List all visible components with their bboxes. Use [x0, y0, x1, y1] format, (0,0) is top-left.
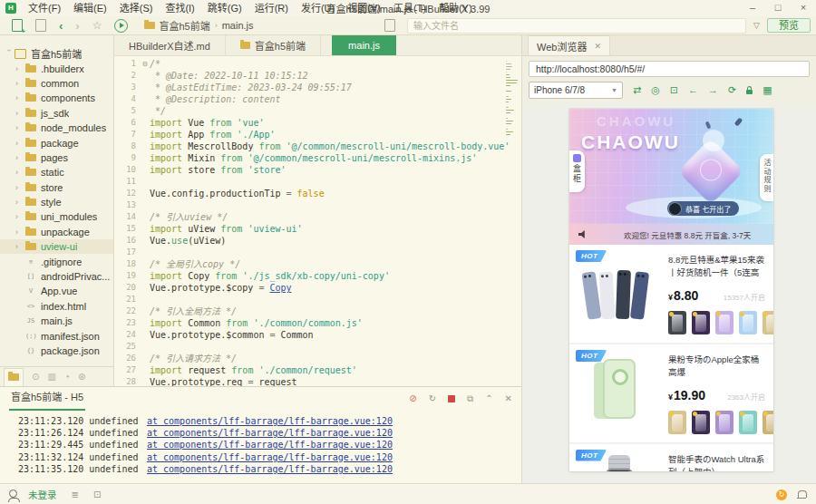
- tree-folder[interactable]: ›unpackage: [0, 225, 113, 239]
- tree-file[interactable]: VApp.vue: [0, 284, 113, 298]
- panel-search-icon[interactable]: ⊙: [32, 372, 39, 382]
- tree-file[interactable]: ≡.gitignore: [0, 254, 113, 268]
- hero-banner[interactable]: CHAOWU CHAOWU 盒柜: [569, 109, 773, 224]
- menu-item[interactable]: 工具(T): [387, 0, 432, 16]
- forward-icon[interactable]: →: [708, 85, 718, 95]
- panel-settings-icon[interactable]: ⊛: [78, 372, 85, 382]
- code-line[interactable]: 24Vue.prototype.$common = Common: [114, 329, 521, 341]
- code-area[interactable]: 1⊟/*2 * @Date: 2022-10-11 10:15:123 * @L…: [114, 56, 521, 386]
- open-external-icon[interactable]: ⧉: [467, 394, 473, 403]
- box-cabinet-tab[interactable]: 盒柜: [569, 150, 585, 192]
- code-line[interactable]: 28Vue.prototype.req = request: [114, 376, 521, 386]
- notification-bell-icon[interactable]: [798, 490, 807, 498]
- tree-folder[interactable]: ›common: [0, 76, 113, 91]
- code-line[interactable]: 6import Vue from 'vue': [114, 117, 521, 129]
- device-select[interactable]: iPhone 6/7/8 ▼: [529, 82, 623, 99]
- run-button[interactable]: [114, 19, 128, 33]
- console-source-link[interactable]: at components/lff-barrage/lff-barrage.vu…: [147, 451, 393, 463]
- stop-icon[interactable]: [448, 395, 455, 402]
- code-line[interactable]: 20Vue.prototype.$copy = Copy: [114, 282, 521, 294]
- user-icon[interactable]: [9, 489, 17, 498]
- code-line[interactable]: 19import Copy from './js_sdk/xb-copy/uni…: [114, 270, 521, 282]
- menu-item[interactable]: 查找(I): [159, 0, 200, 16]
- editor-tab[interactable]: main.js: [332, 35, 396, 55]
- save-button[interactable]: [35, 19, 46, 32]
- code-line[interactable]: 1⊟/*: [114, 58, 521, 70]
- close-panel-icon[interactable]: ✕: [505, 394, 512, 403]
- tree-folder[interactable]: ›uview-ui: [0, 239, 113, 254]
- update-icon[interactable]: ↻: [776, 489, 787, 500]
- menu-item[interactable]: 运行(R): [248, 0, 295, 16]
- code-line[interactable]: 12Vue.config.productionTip = false: [114, 188, 521, 199]
- panel-plugins-icon[interactable]: ▥: [47, 372, 55, 382]
- code-line[interactable]: 3 * @LastEditTime: 2023-03-24 09:55:17: [114, 82, 521, 93]
- code-line[interactable]: 9import Mixin from '@/common/mescroll-un…: [114, 152, 521, 164]
- tree-file[interactable]: JSmain.js: [0, 314, 113, 328]
- lock-icon[interactable]: [746, 90, 753, 94]
- code-line[interactable]: 13: [114, 199, 521, 211]
- code-line[interactable]: 27import request from './common/request': [114, 364, 521, 376]
- menu-item[interactable]: 视图(V): [341, 0, 387, 16]
- filter-icon[interactable]: ▽: [753, 21, 760, 30]
- restart-icon[interactable]: ↻: [429, 394, 436, 403]
- code-line[interactable]: 5 */: [114, 105, 521, 117]
- product-card[interactable]: HOT 智能手表のWatch Ultra系列（上架中）: [569, 444, 773, 472]
- qrcode-icon[interactable]: ▦: [763, 85, 772, 95]
- prize-thumb[interactable]: [739, 311, 757, 334]
- console-source-link[interactable]: at components/lff-barrage/lff-barrage.vu…: [147, 415, 393, 427]
- menu-item[interactable]: 帮助(Y): [432, 0, 479, 16]
- prize-thumb[interactable]: [668, 411, 686, 434]
- tree-file[interactable]: {}package.json: [0, 344, 113, 358]
- code-line[interactable]: 22/* 引入全局方法 */: [114, 305, 521, 317]
- tree-file[interactable]: (:)manifest.json: [0, 328, 113, 343]
- prize-thumb[interactable]: [763, 311, 773, 334]
- menu-item[interactable]: 编辑(E): [67, 0, 113, 16]
- code-line[interactable]: 8import MescrollBody from '@/common/mesc…: [114, 141, 521, 152]
- tree-project-root[interactable]: › 盲盒h5前端: [0, 46, 113, 61]
- editor-tab[interactable]: 盲盒h5前端: [226, 35, 321, 55]
- back-icon[interactable]: ←: [688, 85, 698, 95]
- prize-thumb[interactable]: [668, 311, 686, 334]
- code-line[interactable]: 18/* 全局引入copy */: [114, 258, 521, 270]
- breadcrumb-project[interactable]: 盲盒h5前端: [159, 18, 209, 33]
- tree-folder[interactable]: ›.hbuilderx: [0, 61, 113, 75]
- code-line[interactable]: 26/* 引入请求方法 */: [114, 353, 521, 364]
- tree-folder[interactable]: ›package: [0, 135, 113, 150]
- preview-button[interactable]: 预览: [767, 18, 811, 33]
- tree-folder[interactable]: ›components: [0, 91, 113, 105]
- menu-item[interactable]: 跳转(G): [201, 0, 248, 16]
- code-line[interactable]: 14/* 引入uview */: [114, 211, 521, 223]
- close-icon[interactable]: ✕: [594, 42, 601, 51]
- activity-rules-tab[interactable]: 活动规则: [760, 154, 773, 201]
- browser-tab[interactable]: Web浏览器 ✕: [528, 35, 610, 55]
- menu-item[interactable]: 选择(S): [113, 0, 160, 16]
- terminal-icon[interactable]: ⊡: [93, 489, 101, 499]
- nav-back-icon[interactable]: ‹: [59, 20, 63, 32]
- console-tab[interactable]: 盲盒h5前端 - H5: [9, 386, 85, 411]
- devtools-icon[interactable]: ⊡: [670, 85, 678, 95]
- code-line[interactable]: 7import App from './App': [114, 129, 521, 141]
- code-line[interactable]: 23import Common from './common/common.js…: [114, 317, 521, 329]
- editor-tab[interactable]: HBuilderX自述.md: [114, 35, 226, 55]
- code-line[interactable]: 10import store from 'store': [114, 164, 521, 176]
- code-line[interactable]: 2 * @Date: 2022-10-11 10:15:12: [114, 70, 521, 82]
- collapse-panel-icon[interactable]: ⌃: [485, 394, 492, 403]
- tree-file[interactable]: []androidPrivac...: [0, 269, 113, 284]
- prize-thumb[interactable]: [715, 411, 733, 434]
- minimap[interactable]: [506, 61, 519, 137]
- login-status[interactable]: 未登录: [28, 488, 57, 501]
- url-input[interactable]: [529, 61, 810, 77]
- panel-sync-icon[interactable]: ◔: [64, 372, 70, 382]
- refresh-icon[interactable]: ⟳: [728, 85, 736, 95]
- code-line[interactable]: 25: [114, 341, 521, 353]
- quick-open-icon[interactable]: [384, 19, 395, 32]
- bookmark-star-icon[interactable]: ☆: [92, 19, 102, 32]
- new-file-button[interactable]: [12, 19, 23, 32]
- code-line[interactable]: 21: [114, 294, 521, 305]
- code-line[interactable]: 16Vue.use(uView): [114, 235, 521, 247]
- outline-icon[interactable]: ≣: [72, 489, 79, 499]
- tree-folder[interactable]: ›style: [0, 195, 113, 209]
- console-source-link[interactable]: at components/lff-barrage/lff-barrage.vu…: [147, 439, 393, 451]
- tree-folder[interactable]: ›uni_modules: [0, 209, 113, 224]
- menu-item[interactable]: 发行(U): [295, 0, 341, 16]
